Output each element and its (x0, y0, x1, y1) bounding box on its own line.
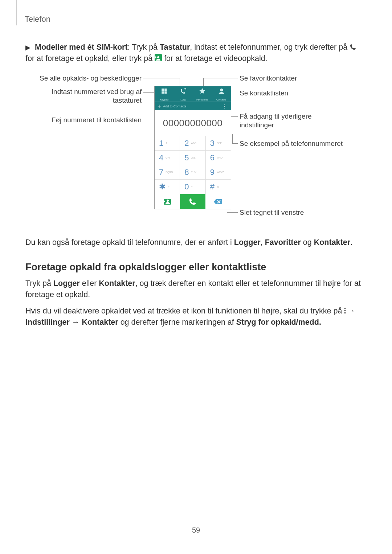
backspace-button[interactable] (205, 194, 231, 209)
plus-icon: + (158, 103, 161, 109)
ann-line (232, 134, 233, 144)
intro-line2a: for at foretage et opkald, eller tryk på (25, 54, 155, 63)
number-display: 00000000000 (155, 110, 231, 136)
section2-p2: Hvis du vil deaktivere opkaldet ved at t… (25, 305, 367, 328)
tab-label: Keypad (155, 98, 174, 101)
key-hash[interactable]: #W (206, 180, 231, 194)
section-heading: Foretage opkald fra opkaldslogger eller … (25, 262, 367, 273)
phone-handset-icon (350, 43, 357, 50)
svg-rect-2 (164, 89, 167, 91)
section2-p1: Tryk på Logger eller Kontakter, og træk … (25, 278, 367, 300)
tab-label: Contacts (212, 98, 231, 101)
annotated-screenshot: Se alle opkalds- og beskedlogger Indtast… (25, 72, 367, 228)
intro-paragraph: Modeller med ét SIM-kort: Tryk på Tastat… (25, 42, 367, 64)
key-9[interactable]: 9WXYZ (206, 165, 231, 179)
triangle-bullet-icon (25, 43, 33, 52)
svg-point-7 (167, 200, 169, 202)
header-rule (16, 0, 17, 25)
key-6[interactable]: 6MNO (206, 151, 231, 165)
key-8[interactable]: 8TUV (180, 165, 205, 179)
add-label: Add to Contacts (163, 104, 186, 108)
key-3[interactable]: 3DEF (206, 136, 231, 150)
intro-txt2: , indtast et telefonnummer, og tryk dere… (190, 43, 350, 52)
key-5[interactable]: 5JKL (180, 151, 205, 165)
intro-txt1: : Tryk på (128, 43, 160, 52)
kebab-icon (344, 308, 346, 314)
tab-contacts[interactable]: Contacts (212, 86, 231, 102)
more-icon[interactable]: ⋮ (222, 103, 227, 109)
key-2[interactable]: 2ABC (180, 136, 205, 150)
video-call-icon (155, 54, 162, 61)
ann-right-1: Se favoritkontakter (240, 74, 297, 83)
phone-mock: Keypad Logs Favourites Contacts + Add to… (154, 86, 231, 209)
tab-label: Favourites (193, 98, 212, 101)
svg-rect-3 (162, 91, 164, 94)
intro-bold: Modeller med ét SIM-kort (35, 43, 128, 52)
add-to-contacts-row[interactable]: + Add to Contacts ⋮ (155, 102, 231, 110)
key-0[interactable]: 0+ (180, 180, 205, 194)
ann-right-3: Få adgang til yderligere indstillinger (240, 112, 330, 130)
below-figure-text: Du kan også foretage opkald til telefonn… (25, 237, 367, 248)
svg-point-0 (157, 56, 159, 58)
tab-keypad[interactable]: Keypad (155, 86, 174, 102)
ann-line (203, 78, 238, 78)
content: Modeller med ét SIM-kort: Tryk på Tastat… (25, 42, 367, 330)
ann-right-2: Se kontaktlisten (240, 89, 288, 98)
tab-logs[interactable]: Logs (174, 86, 193, 102)
svg-rect-4 (164, 91, 167, 94)
ann-right-4: Se eksempel på telefonnummeret (240, 139, 343, 148)
key-star[interactable]: ✱P (155, 180, 180, 194)
intro-line2b: for at foretage et videoopkald. (164, 54, 267, 63)
ann-right-5: Slet tegnet til venstre (240, 208, 304, 217)
page-number: 59 (0, 526, 392, 534)
ann-left-1: Se alle opkalds- og beskedlogger (29, 74, 142, 83)
svg-point-5 (220, 89, 223, 91)
ann-left-2: Indtast nummeret ved brug af tastaturet (29, 87, 142, 105)
call-button[interactable] (180, 194, 205, 209)
key-4[interactable]: 4GHI (155, 151, 180, 165)
video-call-button[interactable] (155, 194, 180, 209)
intro-tastatur: Tastatur (160, 43, 190, 52)
tab-label: Logs (174, 98, 193, 101)
phone-tabbar: Keypad Logs Favourites Contacts (155, 86, 231, 102)
ann-line (227, 212, 238, 213)
svg-rect-1 (162, 89, 164, 91)
section-header: Telefon (25, 15, 50, 24)
ann-line (143, 78, 180, 78)
ann-line (232, 143, 238, 144)
key-7[interactable]: 7PQRS (155, 165, 180, 179)
ann-left-3: Føj nummeret til kontaktlisten (29, 116, 142, 124)
tab-favourites[interactable]: Favourites (193, 86, 212, 102)
keypad: 1⚘ 2ABC 3DEF 4GHI 5JKL 6MNO 7PQRS 8TUV 9… (155, 136, 231, 209)
key-1[interactable]: 1⚘ (155, 136, 180, 150)
